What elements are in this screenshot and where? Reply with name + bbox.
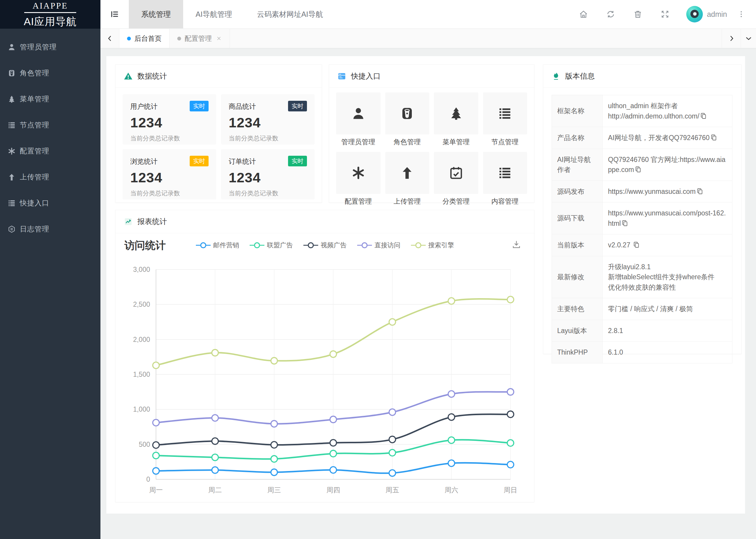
tabs-scroll-right-button[interactable] bbox=[722, 29, 741, 48]
version-row-label: 源码下载 bbox=[552, 202, 603, 234]
shortcut-label: 上传管理 bbox=[393, 197, 421, 206]
username[interactable]: admin bbox=[707, 10, 727, 19]
data-stats-card-header: 数据统计 bbox=[115, 65, 322, 88]
trash-icon bbox=[633, 10, 642, 19]
shortcut-card: 快捷入口 管理员管理角色管理菜单管理节点管理配置管理上传管理分类管理内容管理 bbox=[329, 64, 534, 203]
tab-strip: 后台首页配置管理 bbox=[101, 29, 756, 48]
version-row-1: 框架名称ulthon_admin 框架作者 http://admin.demo.… bbox=[552, 95, 732, 127]
tab-close-icon[interactable] bbox=[216, 36, 222, 41]
page-tab-2[interactable]: 配置管理 bbox=[170, 29, 230, 48]
more-menu-button[interactable] bbox=[735, 0, 748, 29]
svg-text:0: 0 bbox=[146, 476, 150, 483]
version-row-label: 当前版本 bbox=[552, 234, 603, 256]
top-nav-item-2[interactable]: AI导航管理 bbox=[183, 0, 244, 28]
shortcut-card-header: 快捷入口 bbox=[329, 65, 534, 88]
version-row-9: Layui版本2.8.1 bbox=[552, 320, 732, 342]
shortcut-7[interactable]: 分类管理 bbox=[434, 152, 478, 208]
flame-icon bbox=[552, 72, 560, 81]
top-nav: 系统管理AI导航管理云码素材网址AI导航 bbox=[129, 0, 335, 28]
version-row-value: 2.8.1 bbox=[603, 320, 732, 342]
user-icon bbox=[351, 107, 366, 120]
home-icon bbox=[579, 10, 588, 19]
sidebar-item-label: 日志管理 bbox=[20, 224, 49, 234]
version-info-card: 版本信息 框架名称ulthon_admin 框架作者 http://admin.… bbox=[543, 64, 741, 354]
shortcut-tile bbox=[434, 93, 478, 134]
expand-icon bbox=[660, 10, 669, 19]
shortcut-8[interactable]: 内容管理 bbox=[483, 152, 527, 208]
sidebar-menu: 管理员管理角色管理菜单管理节点管理配置管理上传管理快捷入口日志管理 bbox=[0, 29, 101, 242]
top-nav-item-1[interactable]: 系统管理 bbox=[129, 0, 183, 28]
version-row-value: https://www.yunmasucai.com/post-162.html bbox=[603, 202, 732, 234]
trash-button[interactable] bbox=[624, 0, 652, 29]
refresh-button[interactable] bbox=[597, 0, 624, 29]
sidebar-item-1[interactable]: 管理员管理 bbox=[0, 34, 101, 60]
version-row-6: 当前版本v2.0.27 bbox=[552, 234, 732, 256]
sidebar-item-2[interactable]: 角色管理 bbox=[0, 60, 101, 86]
data-stats-card: 数据统计 用户统计实时1234当前分类总记录数商品统计实时1234当前分类总记录… bbox=[115, 64, 322, 203]
shortcut-tile bbox=[483, 93, 527, 134]
shortcut-3[interactable]: 菜单管理 bbox=[434, 93, 478, 149]
stat-tile-4: 订单统计实时1234当前分类总记录数 bbox=[221, 149, 314, 199]
stat-tile-3: 浏览统计实时1234当前分类总记录数 bbox=[123, 149, 216, 199]
copy-icon[interactable] bbox=[633, 241, 640, 248]
open-tabs: 后台首页配置管理 bbox=[119, 29, 230, 48]
shortcut-6[interactable]: 上传管理 bbox=[385, 152, 430, 208]
warning-triangle-icon bbox=[124, 72, 133, 81]
logo-title: AIAPPE bbox=[24, 1, 76, 13]
version-row-value: ulthon_admin 框架作者 http://admin.demo.ulth… bbox=[603, 95, 732, 127]
home-button[interactable] bbox=[570, 0, 597, 29]
sidebar-item-3[interactable]: 菜单管理 bbox=[0, 86, 101, 112]
stat-tile-1: 用户统计实时1234当前分类总记录数 bbox=[123, 94, 216, 144]
copy-icon[interactable] bbox=[696, 188, 703, 195]
role-icon bbox=[400, 107, 414, 120]
admin-dashboard: { "sidebar": { "logo_title": "AIAPPE", "… bbox=[0, 0, 756, 539]
svg-text:2,500: 2,500 bbox=[133, 300, 150, 308]
card-title: 快捷入口 bbox=[351, 71, 380, 81]
copy-icon[interactable] bbox=[700, 112, 707, 119]
shortcut-4[interactable]: 节点管理 bbox=[483, 93, 527, 149]
header-tools bbox=[570, 0, 679, 29]
shortcut-tile bbox=[336, 152, 380, 194]
asterisk-icon bbox=[8, 147, 16, 155]
stat-desc: 当前分类总记录数 bbox=[229, 134, 307, 142]
version-row-value: https://www.yunmasucai.com bbox=[603, 181, 732, 202]
shortcut-tile bbox=[336, 93, 380, 134]
tabs-dropdown-button[interactable] bbox=[741, 29, 756, 48]
version-row-value: 6.1.0 bbox=[603, 342, 732, 363]
copy-icon[interactable] bbox=[710, 134, 717, 141]
shortcut-label: 内容管理 bbox=[491, 197, 518, 206]
window-icon bbox=[337, 72, 346, 81]
sidebar-item-5[interactable]: 配置管理 bbox=[0, 138, 101, 164]
version-row-value: 升级layui2.8.1 新增tableSelect组件支持where条件 优化… bbox=[603, 256, 732, 298]
shortcut-2[interactable]: 角色管理 bbox=[385, 93, 430, 149]
svg-text:周日: 周日 bbox=[504, 486, 517, 494]
sidebar-item-8[interactable]: 日志管理 bbox=[0, 216, 101, 242]
top-nav-item-3[interactable]: 云码素材网址AI导航 bbox=[244, 0, 336, 28]
hamburger-icon bbox=[110, 10, 119, 19]
role-icon bbox=[8, 69, 16, 77]
sidebar-item-6[interactable]: 上传管理 bbox=[0, 164, 101, 190]
page-tab-1[interactable]: 后台首页 bbox=[119, 29, 170, 48]
stat-desc: 当前分类总记录数 bbox=[229, 189, 307, 197]
shortcut-1[interactable]: 管理员管理 bbox=[336, 93, 380, 149]
sidebar-item-7[interactable]: 快捷入口 bbox=[0, 190, 101, 216]
shortcut-tile bbox=[483, 152, 527, 194]
header-toolbar: admin bbox=[570, 0, 756, 28]
stat-name: 订单统计 bbox=[229, 156, 256, 166]
shortcut-5[interactable]: 配置管理 bbox=[336, 152, 380, 208]
copy-icon[interactable] bbox=[635, 166, 642, 173]
expand-button[interactable] bbox=[652, 0, 679, 29]
tabs-scroll-left-button[interactable] bbox=[101, 29, 119, 48]
sidebar-item-4[interactable]: 节点管理 bbox=[0, 112, 101, 138]
avatar[interactable] bbox=[686, 6, 703, 23]
stat-name: 用户统计 bbox=[130, 101, 158, 111]
arrow-up-icon bbox=[400, 166, 414, 180]
version-table: 框架名称ulthon_admin 框架作者 http://admin.demo.… bbox=[552, 95, 732, 363]
stat-tile-2: 商品统计实时1234当前分类总记录数 bbox=[221, 94, 314, 144]
collapse-sidebar-button[interactable] bbox=[101, 0, 129, 28]
version-row-label: 框架名称 bbox=[552, 95, 603, 127]
stat-badge: 实时 bbox=[190, 101, 209, 112]
copy-icon[interactable] bbox=[621, 220, 628, 227]
version-row-label: 源码发布 bbox=[552, 181, 603, 202]
sidebar-item-label: 快捷入口 bbox=[20, 198, 49, 208]
